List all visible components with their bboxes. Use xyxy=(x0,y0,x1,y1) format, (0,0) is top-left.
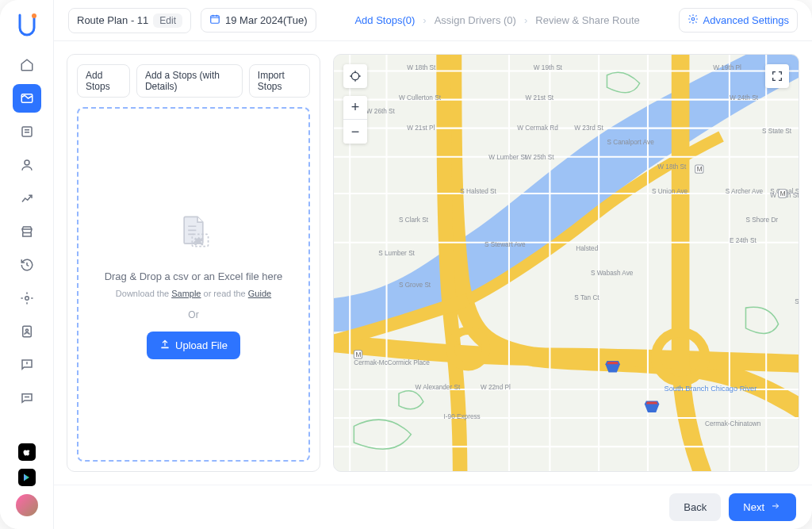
svg-text:W 19th St: W 19th St xyxy=(534,64,563,71)
nav-list[interactable] xyxy=(13,117,41,146)
dropzone-title: Drag & Drop a csv or an Excel file here xyxy=(105,270,283,282)
nav-analytics[interactable] xyxy=(13,184,41,213)
map-container[interactable]: W 18th StW 19th StW 19th PlW Cullerton S… xyxy=(333,54,799,472)
app-logo xyxy=(14,13,40,38)
svg-text:W 21st Pl: W 21st Pl xyxy=(407,125,435,132)
svg-text:W 26th St: W 26th St xyxy=(366,108,396,115)
back-button[interactable]: Back xyxy=(669,493,721,521)
svg-text:S Lumber St: S Lumber St xyxy=(378,250,415,257)
svg-text:W 18th St: W 18th St xyxy=(407,64,436,71)
document-upload-icon xyxy=(172,210,215,256)
calendar-icon xyxy=(209,13,220,27)
map-locate-button[interactable] xyxy=(343,64,367,88)
svg-text:S Brown St: S Brown St xyxy=(795,298,799,305)
tabs: Add Stops Add a Stops (with Details) Imp… xyxy=(77,64,310,98)
svg-text:E 24th St: E 24th St xyxy=(730,237,757,244)
svg-text:W 18th St: W 18th St xyxy=(657,163,687,171)
nav-home[interactable] xyxy=(13,51,41,79)
user-avatar[interactable] xyxy=(16,494,38,516)
svg-text:Cermak-McCormick Place: Cermak-McCormick Place xyxy=(354,359,430,366)
content: Add Stops Add a Stops (with Details) Imp… xyxy=(54,41,812,485)
svg-text:I-90 Express: I-90 Express xyxy=(444,413,481,420)
nav-contacts[interactable] xyxy=(13,317,41,346)
svg-text:S Grove St: S Grove St xyxy=(399,282,431,289)
tab-import-stops[interactable]: Import Stops xyxy=(249,64,310,98)
sidebar-bottom xyxy=(16,443,38,516)
upload-file-button[interactable]: Upload File xyxy=(147,332,240,359)
nav-routes[interactable] xyxy=(13,84,41,113)
main: Route Plan - 11 Edit 19 Mar 2024(Tue) Ad… xyxy=(54,0,812,529)
topbar: Route Plan - 11 Edit 19 Mar 2024(Tue) Ad… xyxy=(54,0,812,41)
chevron-right-icon: › xyxy=(423,14,426,26)
map-zoom-in-button[interactable]: + xyxy=(343,96,367,120)
svg-text:W Cullerton St: W Cullerton St xyxy=(399,94,442,102)
footer: Back Next xyxy=(54,485,812,529)
app-store-badge[interactable] xyxy=(18,443,36,461)
svg-rect-7 xyxy=(211,16,220,23)
svg-text:S Halsted St: S Halsted St xyxy=(460,188,496,195)
guide-link[interactable]: Guide xyxy=(248,289,271,298)
svg-text:S Canalport Ave: S Canalport Ave xyxy=(607,139,654,146)
advanced-settings-label: Advanced Settings xyxy=(703,14,789,26)
map-fullscreen-button[interactable] xyxy=(765,64,789,88)
svg-point-8 xyxy=(691,17,695,21)
stops-panel: Add Stops Add a Stops (with Details) Imp… xyxy=(67,54,320,472)
svg-point-73 xyxy=(351,72,358,79)
svg-text:Cermak-Chinatown: Cermak-Chinatown xyxy=(705,420,761,427)
crumb-review[interactable]: Review & Share Route xyxy=(535,14,640,26)
svg-point-0 xyxy=(32,13,36,18)
svg-point-6 xyxy=(25,329,28,332)
nav-feedback[interactable] xyxy=(13,351,41,379)
svg-text:S State St: S State St xyxy=(762,128,792,135)
map-zoom-out-button[interactable]: − xyxy=(343,120,367,144)
arrow-right-icon xyxy=(769,501,782,513)
nav-locate[interactable] xyxy=(13,284,41,312)
dropzone-or: Or xyxy=(188,309,198,320)
play-store-badge[interactable] xyxy=(18,469,36,486)
date-text: 19 Mar 2024(Tue) xyxy=(225,14,308,26)
upload-icon xyxy=(159,339,170,352)
nav-user[interactable] xyxy=(13,151,41,179)
svg-text:W Cermak Rd: W Cermak Rd xyxy=(517,125,558,132)
crumb-assign-drivers[interactable]: Assign Drivers (0) xyxy=(435,14,516,26)
nav-store[interactable] xyxy=(13,217,41,246)
breadcrumbs: Add Stops(0) › Assign Drivers (0) › Revi… xyxy=(326,14,669,26)
crumb-add-stops[interactable]: Add Stops(0) xyxy=(354,14,415,26)
sample-link[interactable]: Sample xyxy=(171,289,201,298)
date-chip[interactable]: 19 Mar 2024(Tue) xyxy=(201,8,316,33)
svg-point-3 xyxy=(25,160,29,165)
svg-point-4 xyxy=(25,297,29,301)
next-button[interactable]: Next xyxy=(729,493,796,521)
svg-text:W 21st St: W 21st St xyxy=(526,94,554,102)
gear-icon xyxy=(688,13,699,27)
nav-chat[interactable] xyxy=(13,384,41,412)
svg-text:W 24th St: W 24th St xyxy=(730,94,759,102)
svg-rect-1 xyxy=(21,94,33,103)
svg-text:W Alexander St: W Alexander St xyxy=(416,384,461,391)
dropzone[interactable]: Drag & Drop a csv or an Excel file here … xyxy=(77,107,310,462)
tab-add-details[interactable]: Add a Stops (with Details) xyxy=(136,64,243,98)
upload-file-label: Upload File xyxy=(175,339,228,351)
nav-history[interactable] xyxy=(13,251,41,279)
edit-plan-button[interactable]: Edit xyxy=(153,13,182,28)
svg-text:South Branch Chicago River: South Branch Chicago River xyxy=(665,385,757,393)
svg-rect-10 xyxy=(161,347,168,348)
svg-text:S Clark St: S Clark St xyxy=(399,217,429,224)
svg-text:M: M xyxy=(697,166,703,173)
chevron-right-icon: › xyxy=(524,14,527,26)
svg-text:Halsted: Halsted xyxy=(576,245,598,252)
map-canvas[interactable]: W 18th StW 19th StW 19th PlW Cullerton S… xyxy=(334,55,799,471)
svg-text:S Wabash Ave: S Wabash Ave xyxy=(591,270,634,277)
dropzone-subtitle: Download the Sample or read the Guide xyxy=(116,289,271,298)
route-plan-chip[interactable]: Route Plan - 11 Edit xyxy=(68,8,191,33)
svg-text:W 22nd Pl: W 22nd Pl xyxy=(481,384,511,391)
svg-text:S Union Ave: S Union Ave xyxy=(652,188,688,195)
map-zoom-control: + − xyxy=(343,96,367,144)
svg-text:S Stewart Ave: S Stewart Ave xyxy=(485,241,526,248)
next-label: Next xyxy=(743,501,764,513)
svg-text:S Shore Dr: S Shore Dr xyxy=(745,217,778,224)
svg-text:S Tan Ct: S Tan Ct xyxy=(574,294,599,301)
advanced-settings-button[interactable]: Advanced Settings xyxy=(679,8,798,33)
tab-add-stops[interactable]: Add Stops xyxy=(77,64,130,98)
sidebar xyxy=(0,0,54,529)
